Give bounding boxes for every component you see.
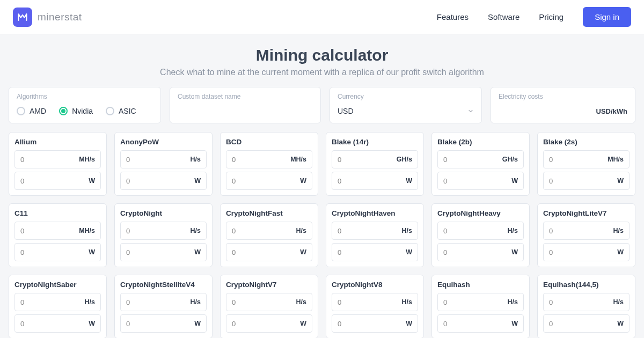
power-input[interactable] — [549, 320, 581, 328]
hashrate-input[interactable] — [20, 227, 53, 235]
algo-name: CryptoNightV8 — [332, 281, 418, 289]
hashrate-input[interactable] — [443, 227, 475, 235]
algo-card: AlliumMH/sW — [9, 132, 107, 196]
radio-nvidia[interactable]: Nvidia — [59, 107, 93, 115]
power-row: W — [437, 243, 524, 261]
radio-asic[interactable]: ASIC — [106, 107, 136, 115]
hashrate-row: H/s — [120, 150, 207, 168]
power-input[interactable] — [232, 320, 264, 328]
power-row: W — [14, 314, 101, 333]
hashrate-input[interactable] — [338, 298, 370, 306]
signin-button[interactable]: Sign in — [583, 7, 631, 27]
hashrate-input[interactable] — [338, 227, 370, 235]
custom-dataset-input[interactable] — [178, 105, 313, 117]
power-row: W — [332, 243, 418, 261]
currency-select[interactable]: USD — [338, 105, 474, 117]
algo-card: CryptoNightV7H/sW — [220, 275, 318, 338]
power-input[interactable] — [232, 248, 264, 256]
hashrate-unit: H/s — [191, 156, 201, 163]
power-unit: W — [617, 177, 624, 185]
hashrate-input[interactable] — [126, 156, 158, 164]
hashrate-input[interactable] — [232, 227, 264, 235]
algo-name: Equihash(144,5) — [543, 281, 630, 289]
radio-amd[interactable]: AMD — [17, 107, 46, 115]
currency-value: USD — [338, 107, 354, 115]
hashrate-row: H/s — [120, 222, 207, 240]
power-row: W — [14, 172, 101, 190]
hashrate-row: GH/s — [332, 150, 418, 168]
power-input[interactable] — [338, 177, 370, 185]
algo-name: CryptoNightSaber — [14, 281, 101, 289]
power-input[interactable] — [549, 177, 581, 185]
hashrate-row: GH/s — [437, 150, 524, 168]
power-input[interactable] — [443, 177, 475, 185]
power-input[interactable] — [126, 320, 158, 328]
power-unit: W — [300, 248, 306, 256]
hashrate-unit: H/s — [402, 227, 412, 234]
hashrate-input[interactable] — [443, 156, 475, 164]
page-title: Mining calculator — [0, 46, 644, 64]
power-row: W — [120, 314, 207, 333]
hashrate-input[interactable] — [126, 298, 158, 306]
power-unit: W — [617, 320, 624, 327]
power-input[interactable] — [20, 248, 53, 256]
hashrate-unit: MH/s — [608, 156, 624, 163]
power-unit: W — [406, 177, 412, 185]
hero: Mining calculator Check what to mine at … — [0, 34, 644, 87]
electricity-input-row[interactable]: USD/kWh — [499, 105, 627, 117]
hashrate-input[interactable] — [338, 156, 370, 164]
hashrate-input[interactable] — [232, 298, 264, 306]
logo-icon[interactable] — [13, 8, 32, 27]
nav-software[interactable]: Software — [488, 12, 519, 21]
power-unit: W — [194, 177, 201, 185]
hashrate-input[interactable] — [232, 156, 264, 164]
power-input[interactable] — [232, 177, 264, 185]
algorithms-card: Algorithms AMD Nvidia ASIC — [9, 87, 161, 123]
power-row: W — [437, 314, 524, 333]
power-input[interactable] — [549, 248, 581, 256]
hashrate-unit: H/s — [191, 227, 201, 234]
hashrate-unit: H/s — [85, 298, 95, 306]
algo-card: CryptoNightSaberH/sW — [9, 275, 107, 338]
algo-name: Equihash — [437, 281, 524, 289]
power-input[interactable] — [338, 248, 370, 256]
algo-card: AnonyPoWH/sW — [114, 132, 213, 196]
power-input[interactable] — [338, 320, 370, 328]
power-input[interactable] — [443, 320, 475, 328]
algo-card: CryptoNightFastH/sW — [220, 203, 318, 267]
hashrate-unit: GH/s — [397, 156, 412, 163]
algo-name: CryptoNightLiteV7 — [543, 209, 630, 217]
radio-dot-icon — [106, 107, 114, 115]
hashrate-input[interactable] — [126, 227, 158, 235]
chevron-down-icon — [467, 108, 474, 114]
power-row: W — [226, 243, 312, 261]
hashrate-input[interactable] — [549, 227, 581, 235]
hashrate-row: H/s — [437, 222, 524, 240]
hashrate-row: H/s — [14, 293, 101, 311]
algo-name: Blake (14r) — [332, 138, 418, 146]
radio-dot-icon — [17, 107, 25, 115]
power-unit: W — [300, 320, 306, 327]
hashrate-input[interactable] — [443, 298, 475, 306]
power-input[interactable] — [126, 177, 158, 185]
power-input[interactable] — [126, 248, 158, 256]
hashrate-input[interactable] — [20, 156, 53, 164]
radio-label: ASIC — [119, 107, 136, 115]
nav-features[interactable]: Features — [437, 12, 469, 21]
power-input[interactable] — [20, 177, 53, 185]
algo-name: CryptoNightHaven — [332, 209, 418, 217]
algo-name: CryptoNightHeavy — [437, 209, 524, 217]
power-unit: W — [406, 248, 412, 256]
nav-pricing[interactable]: Pricing — [539, 12, 564, 21]
hashrate-input[interactable] — [549, 298, 581, 306]
hashrate-unit: MH/s — [79, 227, 95, 234]
electricity-label: Electricity costs — [499, 93, 627, 100]
power-input[interactable] — [443, 248, 475, 256]
algo-card: BCDMH/sW — [220, 132, 318, 196]
hashrate-input[interactable] — [20, 298, 53, 306]
hashrate-input[interactable] — [549, 156, 581, 164]
hashrate-unit: H/s — [613, 227, 624, 234]
hashrate-unit: H/s — [402, 298, 412, 306]
hashrate-unit: MH/s — [79, 156, 95, 163]
power-input[interactable] — [20, 320, 53, 328]
